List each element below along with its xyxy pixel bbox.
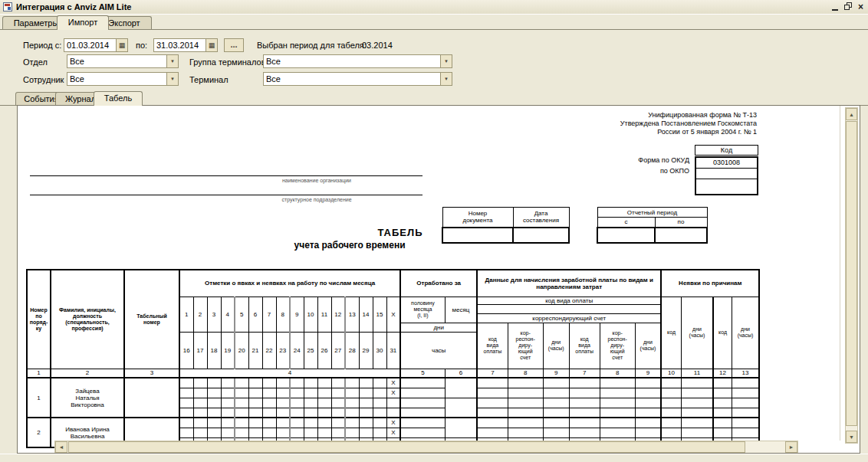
form-title: ТАБЕЛЬ xyxy=(339,227,462,238)
period-from-field[interactable]: ▦ xyxy=(64,38,128,52)
day-cell xyxy=(235,378,248,388)
calendar-icon: ▦ xyxy=(119,41,126,49)
report-period-header: Отчетный период xyxy=(597,208,707,218)
worked-cell xyxy=(400,378,445,388)
day-cell xyxy=(345,408,359,418)
pay-cell xyxy=(569,388,600,398)
day-cell: X xyxy=(386,378,400,388)
period-to-cell xyxy=(655,228,707,243)
dropdown-button[interactable]: ▼ xyxy=(166,55,178,67)
organization-line xyxy=(30,175,422,176)
tab-timesheet[interactable]: Табель xyxy=(94,91,143,106)
pay-cell xyxy=(477,428,508,437)
dropdown-button[interactable]: ▼ xyxy=(166,73,178,85)
restore-button[interactable] xyxy=(844,2,852,11)
dropdown-button[interactable]: ▼ xyxy=(440,55,452,67)
day-header: 18 xyxy=(207,332,221,369)
vertical-scroll-thumb[interactable] xyxy=(846,121,857,426)
absence-cell xyxy=(661,398,681,408)
half-month-header: половину месяца (I, II) xyxy=(400,297,445,323)
choose-period-button[interactable]: ... xyxy=(224,38,244,52)
days-label: дни xyxy=(400,323,477,332)
day-cell xyxy=(179,398,193,408)
scroll-up-button[interactable]: ▲ xyxy=(846,108,857,120)
day-cell xyxy=(276,408,290,418)
doc-date-cell xyxy=(513,228,569,243)
form-header-line: Унифицированная форма № Т-13 xyxy=(620,111,757,120)
numbering-cell: 6 xyxy=(445,369,477,378)
pay-cell xyxy=(543,388,569,398)
day-cell xyxy=(235,398,248,408)
day-cell xyxy=(331,378,345,388)
vertical-scrollbar[interactable]: ▲ ▼ xyxy=(845,107,858,444)
day-cell xyxy=(317,428,331,437)
period-to-field[interactable]: ▦ xyxy=(153,38,218,52)
horizontal-scrollbar[interactable]: ◄ ► xyxy=(54,441,798,454)
day-header: 5 xyxy=(235,297,248,332)
dropdown-button[interactable]: ▼ xyxy=(440,73,452,85)
day-cell xyxy=(373,398,386,408)
period-to-input[interactable] xyxy=(154,39,205,51)
selected-period-label: Выбран период для табеля: xyxy=(257,41,367,50)
pay-cell xyxy=(600,418,635,428)
close-button[interactable]: × xyxy=(858,2,863,12)
scroll-left-button[interactable]: ◄ xyxy=(55,441,67,453)
day-cell xyxy=(386,408,400,418)
pay-cell xyxy=(600,408,635,418)
day-header: 3 xyxy=(207,297,221,332)
pay-cell xyxy=(508,398,543,408)
scroll-right-button[interactable]: ► xyxy=(785,441,797,453)
terminal-group-combo[interactable]: Все ▼ xyxy=(263,54,452,68)
employee-combo[interactable]: Все ▼ xyxy=(67,72,179,86)
day-cell xyxy=(331,408,345,418)
absence-cell xyxy=(732,408,759,418)
row-num: 2 xyxy=(27,418,51,447)
day-cell xyxy=(221,408,235,418)
day-cell xyxy=(276,388,290,398)
period-from-input[interactable] xyxy=(64,39,116,51)
day-cell xyxy=(345,398,359,408)
dept-combo[interactable]: Все ▼ xyxy=(67,54,179,68)
worked-cell xyxy=(445,378,477,398)
employee-label: Сотрудник xyxy=(23,75,64,84)
terminal-group-value: Все xyxy=(264,55,440,67)
day-cell xyxy=(304,418,317,428)
day-cell xyxy=(207,398,221,408)
day-cell xyxy=(207,388,221,398)
day-cell xyxy=(207,418,221,428)
day-header: 27 xyxy=(331,332,345,369)
numbering-cell: 13 xyxy=(732,369,759,378)
day-cell xyxy=(290,418,304,428)
terminal-label: Терминал xyxy=(189,75,229,84)
hours-label: часы xyxy=(400,332,477,369)
day-cell xyxy=(345,428,359,437)
day-header: 12 xyxy=(331,297,345,332)
terminal-combo[interactable]: Все ▼ xyxy=(263,72,452,86)
day-cell xyxy=(359,408,373,418)
day-header: 14 xyxy=(359,297,373,332)
title-bar: Интеграция с Anviz AIM Lite × xyxy=(0,0,868,15)
day-cell xyxy=(193,388,207,398)
scroll-left-icon: ◄ xyxy=(59,444,64,450)
day-cell xyxy=(262,378,276,388)
day-cell xyxy=(331,428,345,437)
calendar-button[interactable]: ▦ xyxy=(205,39,217,51)
minimize-button[interactable] xyxy=(832,2,838,12)
pay-cell xyxy=(600,378,635,388)
empty-code-cell xyxy=(696,179,757,194)
horizontal-scroll-thumb[interactable] xyxy=(68,441,745,453)
scroll-down-button[interactable]: ▼ xyxy=(846,431,857,443)
day-header: 23 xyxy=(276,332,290,369)
day-cell xyxy=(276,398,290,408)
day-cell xyxy=(248,418,262,428)
day-header: 16 xyxy=(179,332,193,369)
tab-import[interactable]: Импорт xyxy=(57,15,109,30)
day-cell xyxy=(359,388,373,398)
worked-cell xyxy=(400,408,445,418)
calendar-button[interactable]: ▦ xyxy=(116,39,127,51)
day-cell xyxy=(304,428,317,437)
okud-value: 0301008 xyxy=(696,158,757,169)
pay-code-entry-strip xyxy=(477,304,661,313)
day-cell xyxy=(304,398,317,408)
main-tab-bar: Параметры Импорт Экспорт xyxy=(0,15,868,30)
